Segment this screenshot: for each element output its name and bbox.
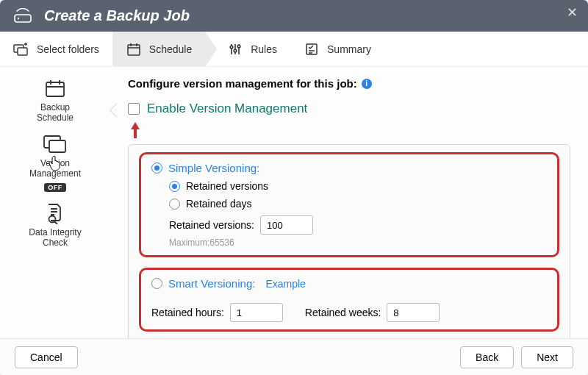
heading-text: Configure version management for this jo… [128,77,357,90]
document-search-icon [43,202,68,224]
info-icon[interactable]: i [362,79,372,89]
next-button[interactable]: Next [521,346,573,368]
dialog-title: Create a Backup Job [44,7,190,24]
svg-rect-4 [128,45,140,55]
step-label: Schedule [149,43,192,55]
retained-hours-field: Retained hours: [151,303,283,322]
radio-simple-versioning[interactable] [151,162,162,174]
svg-rect-0 [15,15,31,22]
sliders-icon [227,41,243,57]
svg-rect-9 [46,82,64,96]
sidebar-item-label: Version Management [29,158,81,179]
retained-hours-input[interactable] [230,303,283,322]
step-label: Rules [251,43,277,55]
off-badge: OFF [44,183,66,192]
main-heading: Configure version management for this jo… [128,77,570,90]
smart-versioning-radio-row[interactable]: Smart Versioning: Example [151,277,547,290]
retained-versions-radio-row[interactable]: Retained versions [169,180,547,192]
field-label: Retained versions: [169,219,254,231]
step-schedule[interactable]: Schedule [112,32,205,66]
enable-version-management-row: Enable Version Management [128,101,570,116]
step-select-folders[interactable]: Select folders [0,32,112,66]
step-label: Summary [327,43,371,55]
svg-rect-3 [18,48,27,55]
svg-point-1 [18,17,19,18]
svg-point-7 [237,45,240,48]
cancel-button[interactable]: Cancel [15,346,78,368]
sidebar-item-version-management[interactable]: Version Management OFF [6,133,104,192]
step-label: Select folders [37,43,99,55]
retained-days-radio-row[interactable]: Retained days [169,198,547,210]
versioning-panel: Simple Versioning: Retained versions Ret… [128,144,570,338]
dialog-body: Backup Schedule Version Management OFF D… [0,67,588,338]
smart-versioning-title: Smart Versioning: [168,277,255,290]
sidebar-item-data-integrity[interactable]: Data Integrity Check [6,202,104,248]
field-label: Retained weeks: [305,307,381,318]
summary-icon [304,41,320,57]
sidebar-item-label: Backup Schedule [37,102,74,123]
red-up-arrow-icon [129,122,570,141]
folders-icon [13,41,29,57]
wizard-step-bar: Select folders Schedule Rules Summary [0,32,588,67]
step-rules[interactable]: Rules [205,32,290,66]
stacked-windows-icon [43,133,68,155]
radio-smart-versioning[interactable] [151,278,162,289]
svg-point-12 [49,216,56,223]
max-hint: Maximum:65536 [169,238,547,248]
radio-label: Retained days [186,198,252,210]
calendar-icon [43,77,68,99]
radio-retained-versions[interactable] [169,181,180,192]
close-button[interactable]: ✕ [567,4,578,21]
simple-versioning-radio-row[interactable]: Simple Versioning: [151,162,547,174]
dialog-footer: Cancel Back Next [0,338,588,375]
back-button[interactable]: Back [460,346,514,368]
svg-rect-11 [49,140,65,152]
field-label: Retained hours: [151,307,224,318]
retained-weeks-input[interactable] [387,303,440,322]
calendar-icon [126,41,142,57]
smart-versioning-section: Smart Versioning: Example Retained hours… [139,268,559,332]
example-link[interactable]: Example [265,278,305,290]
schedule-sidebar: Backup Schedule Version Management OFF D… [0,67,110,338]
sidebar-item-label: Data Integrity Check [29,227,81,248]
svg-point-6 [234,49,237,52]
radio-label: Retained versions [186,180,268,192]
main-panel: Configure version management for this jo… [110,67,588,338]
enable-version-checkbox[interactable] [128,103,140,115]
simple-versioning-title: Simple Versioning: [168,162,259,174]
radio-retained-days[interactable] [169,199,180,210]
svg-point-5 [230,46,233,49]
dialog-window: Create a Backup Job ✕ Select folders Sch… [0,0,588,375]
sidebar-item-backup-schedule[interactable]: Backup Schedule [6,77,104,123]
retained-versions-field: Retained versions: [169,215,547,235]
retained-weeks-field: Retained weeks: [305,303,440,322]
smart-fields-row: Retained hours: Retained weeks: [151,299,547,322]
enable-version-label: Enable Version Management [147,101,307,116]
dialog-header: Create a Backup Job ✕ [0,0,588,32]
simple-versioning-section: Simple Versioning: Retained versions Ret… [139,152,559,257]
retained-versions-input[interactable] [260,215,313,235]
backup-drive-icon [12,8,34,24]
step-summary[interactable]: Summary [290,32,384,66]
